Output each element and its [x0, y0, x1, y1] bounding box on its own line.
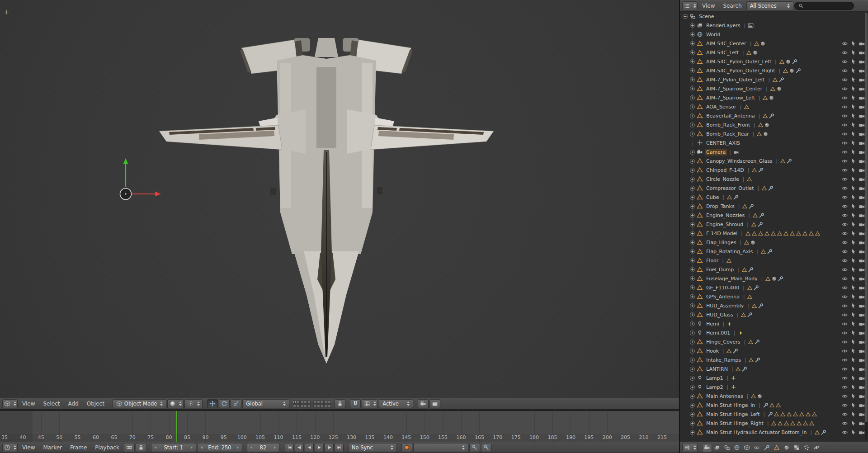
outliner-row[interactable]: +AIM-54C_Left|	[680, 48, 868, 57]
object-name[interactable]: AIM-7_Sparrow_Left	[705, 94, 756, 101]
visibility-toggle[interactable]	[841, 194, 848, 201]
outliner-row[interactable]: +Chinpod_F-14D|	[680, 165, 868, 175]
object-name[interactable]: HUD_Glass	[705, 311, 735, 318]
selectability-toggle[interactable]	[850, 293, 857, 300]
render-toggle[interactable]	[859, 185, 865, 192]
render-toggle[interactable]	[859, 158, 865, 165]
render-toggle[interactable]	[859, 212, 865, 219]
object-name[interactable]: Engine_Nozzles	[705, 212, 746, 219]
layer-2[interactable]	[297, 401, 300, 404]
opengl-render-anim-button[interactable]	[429, 399, 440, 408]
menu-add[interactable]: Add	[65, 398, 82, 409]
play-reverse-button[interactable]: ◀	[305, 443, 314, 452]
lock-to-scene-button[interactable]	[335, 399, 345, 408]
layer-10[interactable]	[307, 404, 311, 407]
selectability-toggle[interactable]	[850, 76, 857, 83]
selectability-toggle[interactable]	[850, 257, 857, 264]
expand-toggle[interactable]: +	[690, 285, 695, 290]
menu-object[interactable]: Object	[83, 398, 108, 409]
properties-tab-render-layers[interactable]	[712, 443, 722, 452]
outliner-row[interactable]: +Main Strut Hinge_Left|	[680, 410, 868, 419]
visibility-toggle[interactable]	[841, 411, 848, 418]
opengl-render-button[interactable]	[418, 399, 429, 408]
object-name[interactable]: AIM-54C_Pylon_Outer_Right	[705, 67, 777, 74]
outliner-row[interactable]: +Flap_Rotating_Axis|	[680, 247, 868, 256]
visibility-toggle[interactable]	[841, 176, 848, 183]
render-toggle[interactable]	[859, 284, 865, 291]
outliner-scrollbar[interactable]	[865, 13, 868, 439]
object-name[interactable]: Scene	[698, 13, 716, 20]
object-name[interactable]: RenderLayers	[705, 22, 742, 29]
selectability-toggle[interactable]	[850, 357, 857, 363]
expand-toggle[interactable]: +	[690, 68, 695, 73]
object-name[interactable]: AOA_Sensor	[705, 104, 738, 110]
expand-toggle[interactable]: +	[690, 276, 695, 281]
editor-type-selector-properties[interactable]	[682, 443, 698, 452]
outliner-row[interactable]: +GPS_Antenna|	[680, 292, 868, 301]
object-name[interactable]: Circle_Nozzle	[705, 176, 741, 183]
object-name[interactable]: Drop_Tanks	[705, 203, 736, 210]
outliner-row[interactable]: +Engine_Shroud|	[680, 220, 868, 229]
outliner-row[interactable]: +Hook|	[680, 346, 868, 355]
render-toggle[interactable]	[859, 176, 865, 183]
visibility-toggle[interactable]	[841, 357, 848, 363]
visibility-toggle[interactable]	[841, 248, 848, 255]
selectability-toggle[interactable]	[850, 275, 857, 282]
object-name[interactable]: AIM-54C_Pylon_Outer_Left	[705, 58, 773, 65]
render-toggle[interactable]	[859, 58, 865, 65]
selectability-toggle[interactable]	[850, 85, 857, 92]
selectability-toggle[interactable]	[850, 284, 857, 291]
selectability-toggle[interactable]	[850, 40, 857, 47]
object-name[interactable]: GE_F110-400	[705, 284, 741, 291]
selectability-toggle[interactable]	[850, 49, 857, 56]
selectability-toggle[interactable]	[850, 330, 857, 336]
selectability-toggle[interactable]	[850, 339, 857, 345]
render-toggle[interactable]	[859, 149, 865, 156]
expand-toggle[interactable]: +	[690, 159, 695, 164]
outliner-row[interactable]: +Main Antennas|	[680, 392, 868, 401]
object-name[interactable]: Engine_Shroud	[705, 221, 745, 228]
menu-view[interactable]: View	[698, 0, 718, 11]
render-toggle[interactable]	[859, 85, 865, 92]
transform-gizmo[interactable]	[120, 158, 161, 200]
render-toggle[interactable]	[859, 429, 865, 436]
selectability-toggle[interactable]	[850, 375, 857, 382]
render-toggle[interactable]	[859, 49, 865, 56]
visibility-toggle[interactable]	[841, 167, 848, 174]
visibility-toggle[interactable]	[841, 104, 848, 110]
render-toggle[interactable]	[859, 140, 865, 146]
keying-set-dropdown[interactable]	[413, 443, 468, 452]
render-toggle[interactable]	[859, 293, 865, 300]
editor-type-selector-outliner[interactable]	[682, 1, 698, 10]
properties-tab-scene[interactable]	[722, 443, 731, 452]
menu-playback[interactable]: Playback	[91, 442, 123, 453]
visibility-toggle[interactable]	[841, 275, 848, 282]
properties-tab-world[interactable]	[732, 443, 741, 452]
outliner-row[interactable]: +Fuselage_Main_Body|	[680, 274, 868, 283]
selectability-toggle[interactable]	[850, 302, 857, 309]
outliner-row[interactable]: +HUD_Glass|	[680, 310, 868, 319]
layer-18[interactable]	[321, 404, 324, 407]
selectability-toggle[interactable]	[850, 239, 857, 246]
render-toggle[interactable]	[859, 131, 865, 137]
object-name[interactable]: Main Strut Hinge_Left	[705, 411, 761, 418]
properties-tab-texture[interactable]	[792, 443, 801, 452]
visibility-toggle[interactable]	[841, 230, 848, 237]
expand-toggle[interactable]: +	[690, 222, 695, 227]
outliner-row[interactable]: +Hinge_Covers|	[680, 337, 868, 346]
selectability-toggle[interactable]	[850, 194, 857, 201]
selectability-toggle[interactable]	[850, 321, 857, 327]
menu-view[interactable]: View	[19, 398, 38, 409]
selectability-toggle[interactable]	[850, 402, 857, 409]
object-name[interactable]: Hinge_Covers	[705, 339, 742, 345]
render-toggle[interactable]	[859, 248, 865, 255]
visibility-toggle[interactable]	[841, 375, 848, 382]
outliner-row[interactable]: +Circle_Nozzle|	[680, 175, 868, 184]
visibility-toggle[interactable]	[841, 429, 848, 436]
expand-toggle[interactable]: +	[690, 132, 695, 137]
outliner-row[interactable]: +AIM-54C_Pylon_Outer_Right|	[680, 66, 868, 75]
editor-type-selector[interactable]	[2, 399, 18, 408]
outliner-row[interactable]: +AOA_Sensor|	[680, 102, 868, 111]
increment-arrow-icon[interactable]	[274, 446, 276, 449]
render-toggle[interactable]	[859, 375, 865, 382]
